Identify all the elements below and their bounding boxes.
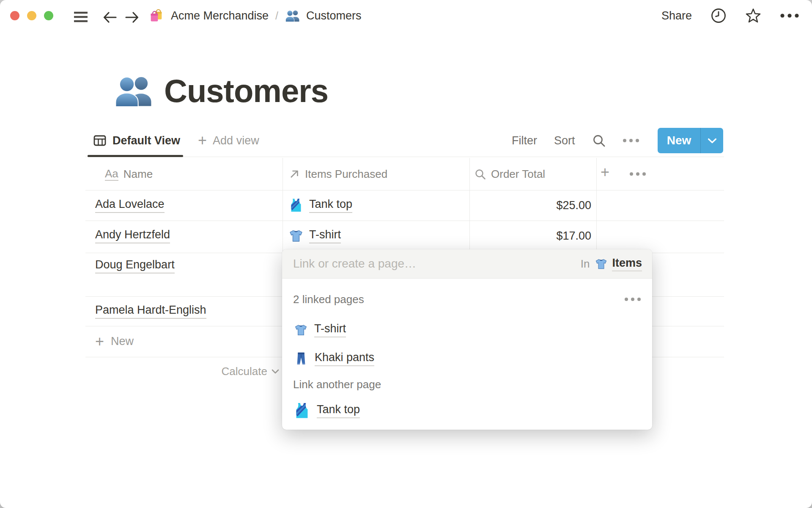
t-shirt-icon	[288, 228, 304, 243]
new-button[interactable]: New	[658, 128, 723, 153]
page-title[interactable]: Customers	[164, 72, 328, 109]
linked-pages-header: 2 linked pages	[293, 292, 641, 306]
relation-property-icon	[288, 168, 300, 180]
breadcrumb: Acme Merchandise / Customers	[149, 6, 362, 25]
linked-page[interactable]: Tank top	[309, 198, 352, 213]
breadcrumb-workspace[interactable]: Acme Merchandise	[171, 9, 269, 22]
table-row: Ada Lovelace	[95, 190, 165, 221]
traffic-light-close[interactable]	[10, 11, 19, 20]
linked-pages-count: 2 linked pages	[293, 293, 364, 306]
name-cell[interactable]: Ada Lovelace	[95, 198, 165, 213]
linked-page[interactable]: T-shirt	[309, 228, 341, 243]
ellipsis-icon	[623, 138, 639, 143]
suggested-page-item[interactable]: Tank top	[293, 398, 360, 424]
popup-search-bar: In Items	[282, 249, 652, 279]
new-button-label[interactable]: New	[658, 134, 700, 147]
ellipsis-icon	[780, 13, 799, 18]
breadcrumb-page[interactable]: Customers	[306, 9, 362, 22]
linked-page-label: T-shirt	[314, 322, 346, 337]
column-label: Name	[123, 168, 153, 181]
t-shirt-icon	[294, 323, 308, 337]
table-view-icon	[93, 134, 107, 147]
order-total-value: $25.00	[556, 199, 591, 212]
topbar: Acme Merchandise / Customers Share	[0, 0, 812, 36]
sort-button[interactable]: Sort	[554, 134, 575, 147]
order-total-value: $17.00	[556, 229, 591, 243]
name-cell[interactable]: Doug Engelbart	[95, 258, 175, 273]
tank-top-icon	[293, 402, 311, 420]
table-row: Pamela Hardt-English	[95, 296, 206, 326]
column-header-name[interactable]: Aa Name	[105, 158, 153, 190]
page-icon-busts[interactable]	[114, 72, 154, 110]
search-button[interactable]	[592, 134, 606, 147]
add-row-label: New	[111, 335, 134, 348]
linked-pages-more-button[interactable]	[624, 297, 641, 301]
linked-page-item[interactable]: Khaki pants	[294, 346, 374, 371]
hamburger-icon	[73, 11, 89, 23]
ellipsis-icon	[624, 297, 641, 301]
column-header-items-purchased[interactable]: Items Purchased	[288, 158, 387, 190]
total-cell[interactable]: $17.00	[469, 221, 591, 251]
calculate-label: Calculate	[222, 365, 267, 378]
link-another-label: Link another page	[293, 378, 381, 391]
topbar-actions: Share	[661, 6, 799, 25]
traffic-light-minimize[interactable]	[27, 11, 36, 20]
plus-icon: +	[95, 335, 104, 348]
rollup-property-icon	[475, 168, 486, 180]
items-cell[interactable]: T-shirt	[288, 221, 341, 251]
search-icon	[592, 134, 606, 147]
forward-button[interactable]	[123, 9, 140, 26]
linked-page-item[interactable]: T-shirt	[294, 318, 346, 342]
name-cell[interactable]: Andy Hertzfeld	[95, 228, 170, 243]
column-header-order-total[interactable]: Order Total	[475, 158, 545, 190]
add-view-button[interactable]: Add view	[213, 134, 259, 147]
star-icon	[745, 8, 761, 24]
clock-icon	[710, 8, 727, 24]
updates-button[interactable]	[710, 8, 727, 24]
column-label: Order Total	[491, 168, 545, 181]
linked-page-label: Khaki pants	[315, 351, 374, 366]
plus-icon: +	[198, 134, 207, 147]
favorite-button[interactable]	[745, 8, 761, 24]
notion-window: Acme Merchandise / Customers Share Custo…	[0, 0, 812, 508]
table-row: Andy Hertzfeld	[95, 221, 170, 251]
jeans-icon	[294, 351, 308, 366]
tab-default-view[interactable]: Default View	[112, 134, 180, 147]
active-tab-underline	[88, 155, 183, 157]
scope-database-link[interactable]: Items	[612, 257, 642, 271]
suggested-page-label: Tank top	[317, 403, 360, 418]
busts-icon	[285, 8, 300, 23]
table-controls: Filter Sort	[512, 128, 639, 153]
items-cell[interactable]: Tank top	[288, 190, 352, 221]
t-shirt-icon	[595, 257, 608, 271]
add-column-button[interactable]: +	[601, 166, 609, 179]
sidebar-menu-button[interactable]	[73, 11, 89, 23]
column-label: Items Purchased	[305, 168, 387, 181]
filter-button[interactable]: Filter	[512, 134, 537, 147]
back-button[interactable]	[102, 9, 118, 26]
shopping-bags-icon	[149, 8, 165, 24]
chevron-down-icon	[272, 369, 279, 374]
more-button[interactable]	[780, 13, 799, 18]
arrow-right-icon	[123, 9, 140, 26]
link-page-popup: In Items 2 linked pages T-shirt Khaki pa…	[282, 249, 652, 430]
traffic-light-zoom[interactable]	[44, 11, 53, 20]
view-options-button[interactable]	[623, 138, 639, 143]
add-row-button[interactable]: + New	[95, 326, 134, 357]
page-header: Customers	[114, 68, 328, 113]
view-tabs: Default View + Add view	[93, 127, 259, 154]
share-button[interactable]: Share	[661, 9, 692, 22]
tank-top-icon	[288, 198, 304, 213]
link-another-header: Link another page	[293, 376, 381, 393]
new-dropdown-button[interactable]	[701, 138, 723, 144]
ellipsis-icon	[629, 172, 646, 176]
arrow-left-icon	[102, 9, 118, 26]
total-cell[interactable]: $25.00	[469, 190, 591, 221]
breadcrumb-separator: /	[274, 10, 279, 22]
calculate-button[interactable]: Calculate	[95, 357, 279, 386]
link-search-input[interactable]	[292, 257, 581, 271]
name-cell[interactable]: Pamela Hardt-English	[95, 304, 206, 319]
text-property-icon: Aa	[105, 168, 118, 179]
table-more-button[interactable]	[629, 172, 646, 176]
chevron-down-icon	[708, 138, 717, 144]
